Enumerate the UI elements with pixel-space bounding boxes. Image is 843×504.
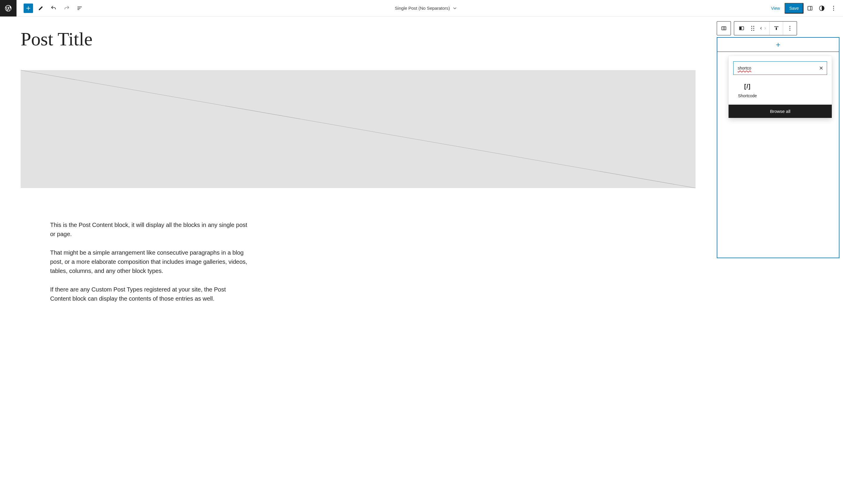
close-icon (819, 66, 824, 71)
align-button[interactable] (770, 21, 783, 35)
svg-point-22 (753, 30, 754, 31)
styles-toggle[interactable] (816, 3, 827, 14)
svg-point-10 (833, 10, 834, 10)
svg-line-11 (21, 70, 696, 188)
block-toolbar (717, 21, 840, 35)
pencil-icon (37, 5, 44, 12)
placeholder-diagonal-icon (21, 70, 696, 188)
post-content-block[interactable]: This is the Post Content block, it will … (50, 220, 248, 303)
sidebar-icon (807, 5, 813, 12)
svg-point-27 (790, 30, 790, 31)
svg-point-25 (790, 26, 790, 27)
chevron-right-icon (763, 26, 767, 31)
svg-point-18 (753, 26, 754, 27)
kebab-icon (830, 5, 837, 12)
redo-button[interactable] (62, 3, 72, 14)
chevron-down-icon (452, 5, 457, 11)
move-buttons[interactable] (757, 21, 770, 35)
paragraph-block[interactable]: If there are any Custom Post Types regis… (50, 285, 248, 303)
svg-rect-23 (774, 26, 778, 27)
svg-point-26 (790, 28, 790, 29)
list-view-icon (76, 5, 83, 12)
inserter-search-field[interactable]: shortco (733, 61, 827, 75)
column-icon (738, 25, 745, 32)
block-inserter-toggle[interactable] (23, 3, 33, 13)
settings-sidebar-toggle[interactable] (805, 3, 815, 14)
post-title-block[interactable]: Post Title (21, 28, 696, 50)
topbar-left-tools (17, 3, 85, 14)
paragraph-block[interactable]: That might be a simple arrangement like … (50, 248, 248, 275)
editor-workspace: Post Title This is the Post Content bloc… (0, 17, 843, 504)
quick-inserter-popover: shortco [/] Shortcode Browse all (728, 56, 832, 118)
wordpress-icon (4, 4, 12, 12)
shortcode-icon: [/] (744, 83, 751, 90)
svg-rect-24 (776, 28, 777, 30)
document-overview-button[interactable] (74, 3, 85, 14)
clear-search-button[interactable] (819, 66, 824, 71)
toolbar-group-parent (717, 21, 731, 35)
plus-icon (775, 41, 781, 48)
chevron-left-icon (759, 26, 763, 31)
svg-point-8 (833, 6, 834, 7)
tools-button[interactable] (35, 3, 46, 14)
svg-point-19 (751, 28, 752, 29)
undo-button[interactable] (48, 3, 59, 14)
svg-point-20 (753, 28, 754, 29)
inserter-result-label: Shortcode (738, 93, 757, 98)
save-button[interactable]: Save (785, 3, 804, 14)
align-top-icon (773, 25, 779, 32)
more-options-button[interactable] (828, 3, 839, 14)
undo-icon (50, 5, 57, 12)
drag-handle[interactable] (749, 21, 757, 35)
topbar-right-tools: View Save (768, 3, 843, 14)
editor-topbar: Single Post (No Separators) View Save (0, 0, 843, 17)
toolbar-group-main (734, 21, 797, 35)
select-parent-button[interactable] (717, 21, 731, 35)
plus-icon (25, 5, 32, 12)
view-link[interactable]: View (768, 4, 784, 12)
inserter-result-shortcode[interactable]: [/] Shortcode (733, 83, 762, 98)
selected-column-block[interactable]: shortco [/] Shortcode Browse all (717, 37, 840, 258)
columns-icon (721, 25, 727, 32)
paragraph-block[interactable]: This is the Post Content block, it will … (50, 220, 248, 239)
svg-point-17 (751, 26, 752, 27)
kebab-icon (787, 25, 793, 32)
inserter-search-value: shortco (738, 66, 751, 70)
svg-point-9 (833, 8, 834, 8)
svg-rect-16 (740, 27, 741, 30)
svg-rect-12 (722, 27, 726, 30)
redo-icon (64, 5, 70, 12)
block-more-options[interactable] (783, 21, 797, 35)
featured-image-placeholder[interactable] (21, 70, 696, 188)
inserter-results: [/] Shortcode (728, 78, 832, 105)
svg-point-21 (751, 30, 752, 31)
browse-all-button[interactable]: Browse all (728, 105, 832, 118)
wordpress-logo-button[interactable] (0, 0, 17, 17)
svg-rect-5 (808, 6, 812, 10)
block-appender[interactable] (717, 38, 839, 52)
drag-icon (751, 26, 755, 31)
template-title[interactable]: Single Post (No Separators) (85, 5, 768, 11)
editor-canvas[interactable]: Post Title This is the Post Content bloc… (0, 17, 713, 504)
right-column-area: shortco [/] Shortcode Browse all (713, 17, 843, 504)
template-title-label: Single Post (No Separators) (395, 5, 450, 11)
block-type-button[interactable] (734, 21, 749, 35)
styles-icon (819, 5, 825, 12)
